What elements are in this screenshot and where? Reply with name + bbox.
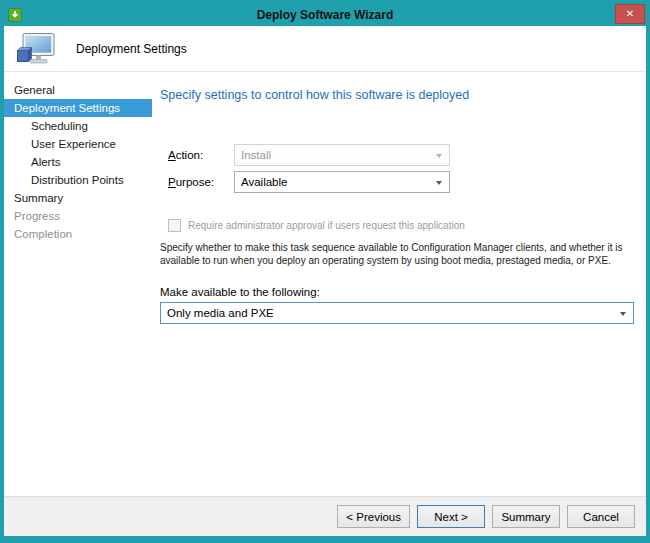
sidebar-item-progress: Progress <box>4 207 152 225</box>
close-icon: ✕ <box>626 9 634 19</box>
sidebar-item-user-experience: User Experience <box>4 135 152 153</box>
page-heading: Specify settings to control how this sof… <box>160 88 634 102</box>
make-available-dropdown[interactable]: Only media and PXE <box>160 302 634 324</box>
approval-checkbox <box>168 219 181 232</box>
cancel-button[interactable]: Cancel <box>567 505 635 528</box>
action-value: Install <box>241 149 271 161</box>
approval-checkbox-label: Require administrator approval if users … <box>188 220 465 231</box>
wizard-button-bar: < Previous Next > Summary Cancel <box>4 496 646 536</box>
window-title: Deploy Software Wizard <box>4 8 646 22</box>
task-sequence-description: Specify whether to make this task sequen… <box>160 241 634 267</box>
deploy-software-icon <box>8 8 22 22</box>
make-available-value: Only media and PXE <box>167 307 274 319</box>
sidebar-item-deployment-settings: Deployment Settings <box>4 99 152 117</box>
summary-button[interactable]: Summary <box>492 505 560 528</box>
purpose-dropdown[interactable]: Available <box>234 171 450 193</box>
wizard-content-pane: Specify settings to control how this sof… <box>152 72 646 496</box>
make-available-label: Make available to the following: <box>160 286 634 298</box>
wizard-steps-sidebar: General Deployment Settings Scheduling U… <box>4 72 152 496</box>
action-row: Action: Install <box>168 144 634 166</box>
wizard-page-header: Deployment Settings <box>4 26 646 72</box>
previous-button[interactable]: < Previous <box>337 505 410 528</box>
deployment-settings-icon <box>16 32 58 66</box>
deploy-software-wizard-window: Deploy Software Wizard ✕ Deployme <box>0 0 650 543</box>
sidebar-item-summary: Summary <box>4 189 152 207</box>
sidebar-item-general: General <box>4 81 152 99</box>
approval-checkbox-row: Require administrator approval if users … <box>168 219 634 232</box>
purpose-row: Purpose: Available <box>168 171 634 193</box>
action-label: Action: <box>168 149 234 161</box>
chevron-down-icon <box>620 312 626 316</box>
purpose-value: Available <box>241 176 287 188</box>
chevron-down-icon <box>436 181 442 185</box>
sidebar-item-completion: Completion <box>4 225 152 243</box>
close-button[interactable]: ✕ <box>615 4 645 24</box>
sidebar-item-alerts: Alerts <box>4 153 152 171</box>
wizard-page-title: Deployment Settings <box>76 42 187 56</box>
chevron-down-icon <box>436 154 442 158</box>
sidebar-item-scheduling: Scheduling <box>4 117 152 135</box>
title-bar[interactable]: Deploy Software Wizard ✕ <box>4 3 646 26</box>
purpose-label: Purpose: <box>168 176 234 188</box>
next-button[interactable]: Next > <box>417 505 485 528</box>
action-dropdown: Install <box>234 144 450 166</box>
sidebar-item-distribution-points: Distribution Points <box>4 171 152 189</box>
